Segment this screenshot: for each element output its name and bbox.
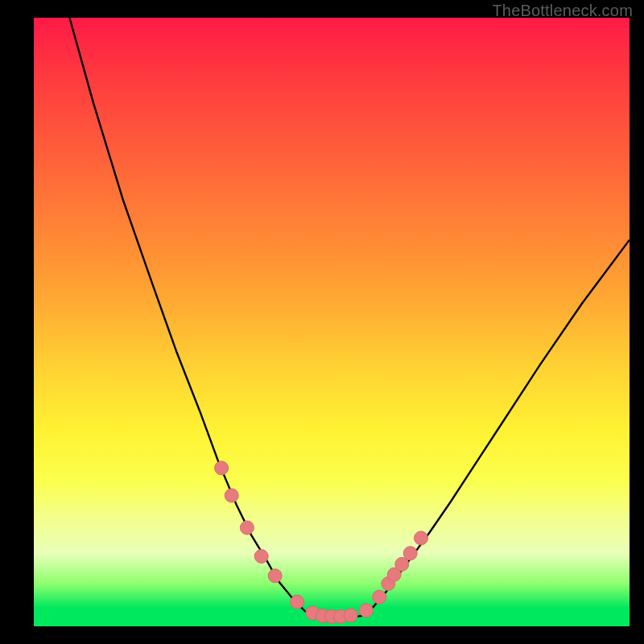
marker-point <box>291 595 304 609</box>
marker-point <box>240 521 254 535</box>
marker-point <box>344 609 357 622</box>
plot-area <box>34 18 630 626</box>
marker-point <box>415 531 428 545</box>
curve-layer <box>34 18 630 626</box>
marker-point <box>373 590 386 604</box>
marker-point <box>215 461 229 475</box>
marker-point <box>359 604 373 617</box>
marker-point <box>403 547 417 560</box>
marker-point <box>225 489 238 502</box>
marker-point <box>268 569 282 583</box>
curve-path <box>69 18 630 617</box>
watermark-text: TheBottleneck.com <box>492 2 633 20</box>
bottleneck-curve <box>69 18 630 617</box>
chart-frame: TheBottleneck.com <box>0 0 644 644</box>
marker-point <box>254 550 268 564</box>
sample-markers <box>215 461 428 624</box>
